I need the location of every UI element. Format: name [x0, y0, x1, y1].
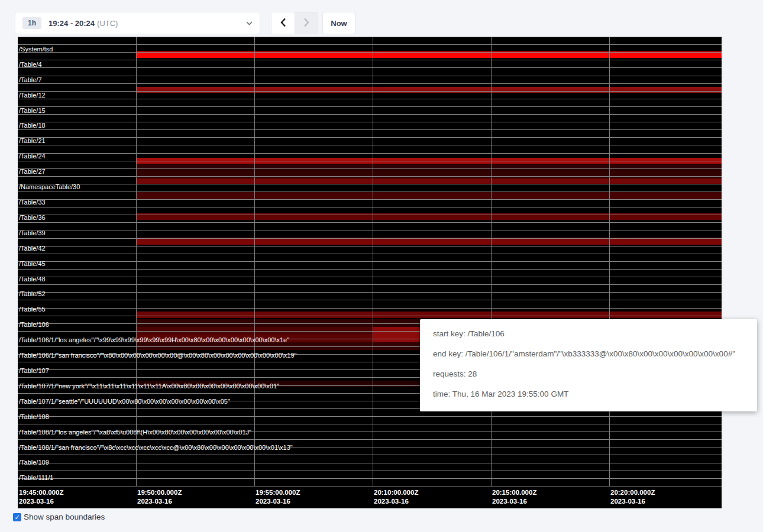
row-label: /Table/4 — [19, 61, 42, 68]
row-label: /Table/48 — [19, 275, 46, 283]
span-boundary-line-h — [18, 199, 722, 200]
span-boundary-line-h — [18, 284, 722, 285]
row-label: /Table/107/1/"new york"/"\x11\x11\x11\x1… — [19, 382, 279, 390]
heatmap-band[interactable] — [136, 312, 722, 318]
span-boundary-line-h — [18, 52, 722, 53]
x-axis-tick-time: 20:20:00.000Z — [610, 488, 655, 497]
span-boundary-line-h — [18, 463, 722, 463]
row-label: /Table/108/1/"los angeles"/"\xa8\xf5\u00… — [19, 429, 251, 436]
row-label: /NamespaceTable/30 — [19, 183, 80, 190]
span-boundary-line-h — [18, 161, 722, 161]
row-label: /Table/42 — [19, 245, 46, 252]
span-boundary-line-h — [18, 106, 722, 107]
span-boundary-line-h — [18, 122, 722, 122]
chevron-down-icon — [246, 21, 253, 25]
time-range-picker[interactable]: 1h 19:24 - 20:24 (UTC) — [15, 12, 260, 34]
span-boundary-line-h — [18, 261, 722, 262]
span-boundary-line-h — [18, 153, 722, 154]
now-button[interactable]: Now — [322, 12, 355, 34]
row-label: /Table/21 — [19, 137, 46, 144]
span-boundary-line-h — [18, 316, 722, 316]
x-axis-tick-date: 2023-03-16 — [610, 497, 655, 506]
row-label: /Table/39 — [19, 229, 46, 236]
row-label: /Table/106/1/"los angeles"/"\x99\x99\x99… — [19, 336, 289, 343]
x-axis-tick-time: 20:15:00.000Z — [492, 488, 536, 497]
tooltip-time: time: Thu, 16 Mar 2023 19:55:00 GMT — [433, 384, 757, 404]
show-span-boundaries-toggle[interactable]: ✓ Show span boundaries — [13, 512, 105, 521]
row-label: /Table/15 — [19, 107, 46, 114]
row-label: /Table/52 — [19, 290, 46, 297]
span-boundary-line-h — [18, 137, 722, 138]
span-boundary-line-h — [18, 222, 722, 223]
span-boundary-line-h — [18, 308, 722, 309]
row-label: /Table/36 — [19, 214, 46, 221]
span-boundary-line-h — [18, 176, 722, 177]
span-boundary-line-h — [18, 277, 722, 277]
row-label: /Table/45 — [19, 260, 46, 267]
x-axis-tick-date: 2023-03-16 — [137, 497, 182, 506]
key-visualizer-heatmap[interactable]: /System/tsd/Table/4/Table/7/Table/12/Tab… — [18, 37, 722, 508]
span-boundary-line-h — [18, 238, 722, 239]
prev-range-button[interactable] — [271, 12, 295, 34]
row-label: /Table/106 — [19, 321, 49, 328]
show-span-boundaries-label: Show span boundaries — [24, 512, 105, 521]
x-axis-tick: 20:20:00.000Z2023-03-16 — [610, 488, 655, 506]
span-boundary-line-h — [18, 114, 722, 115]
row-label: /Table/111/1 — [19, 474, 53, 481]
toolbar: 1h 19:24 - 20:24 (UTC) Now — [0, 0, 763, 37]
span-boundary-line-h — [18, 145, 722, 145]
span-boundary-line-h — [18, 424, 722, 424]
x-axis-tick: 20:10:00.000Z2023-03-16 — [374, 488, 418, 506]
time-range-duration-badge: 1h — [22, 17, 41, 29]
span-boundary-line-h — [18, 292, 722, 293]
heatmap-band[interactable] — [136, 164, 722, 171]
x-axis-tick-date: 2023-03-16 — [19, 497, 63, 506]
span-boundary-line-h — [18, 215, 722, 215]
heatmap-band[interactable] — [136, 87, 722, 93]
row-label: /Table/108/1/"san francisco"/"\x8c\xcc\x… — [19, 444, 293, 451]
x-axis-tick: 19:50:00.000Z2023-03-16 — [137, 488, 182, 506]
row-label: /Table/109 — [19, 459, 49, 466]
span-boundary-line-h — [18, 37, 722, 37]
span-boundary-line-h — [18, 300, 722, 300]
heatmap-band[interactable] — [136, 213, 722, 220]
span-boundary-line-v — [136, 37, 137, 486]
x-axis-tick-time: 19:55:00.000Z — [256, 488, 300, 497]
row-label: /Table/7 — [19, 76, 42, 83]
chevron-right-icon — [303, 18, 309, 29]
span-boundary-line-h — [18, 44, 722, 45]
heatmap-band[interactable] — [136, 171, 722, 179]
span-boundary-line-h — [18, 231, 722, 231]
x-axis-tick-time: 19:50:00.000Z — [137, 488, 182, 497]
x-axis-tick: 19:45:00.000Z2023-03-16 — [19, 488, 63, 506]
row-label: /Table/55 — [19, 306, 46, 313]
time-nav-group — [271, 12, 318, 34]
span-boundary-line-h — [18, 60, 722, 60]
span-boundary-line-h — [18, 269, 722, 270]
span-boundary-line-h — [18, 83, 722, 84]
cell-tooltip: start key: /Table/106 end key: /Table/10… — [420, 319, 757, 411]
span-boundary-line-h — [18, 67, 722, 68]
time-range-text: 19:24 - 20:24 — [49, 19, 95, 28]
row-label: /Table/27 — [19, 168, 46, 175]
time-range-zone: (UTC) — [97, 19, 118, 28]
next-range-button[interactable] — [295, 12, 318, 34]
row-label: /Table/108 — [19, 413, 49, 420]
span-boundary-line-h — [18, 471, 722, 471]
x-axis-tick-time: 19:45:00.000Z — [19, 488, 63, 497]
span-boundary-line-h — [18, 91, 722, 92]
checkbox-checked-icon[interactable]: ✓ — [13, 513, 21, 521]
heatmap-band[interactable] — [136, 192, 722, 199]
tooltip-end-key: end key: /Table/106/1/"amsterdam"/"\xb33… — [433, 344, 757, 364]
x-axis-tick: 19:55:00.000Z2023-03-16 — [256, 488, 300, 506]
span-boundary-line-h — [18, 76, 722, 76]
x-axis-tick-date: 2023-03-16 — [492, 497, 536, 506]
tooltip-requests: requests: 28 — [433, 364, 757, 384]
span-boundary-line-h — [18, 99, 722, 99]
x-axis-tick: 20:15:00.000Z2023-03-16 — [492, 488, 536, 506]
row-label: /Table/24 — [19, 153, 46, 160]
span-boundary-line-v — [254, 37, 255, 486]
span-boundary-line-h — [18, 207, 722, 207]
row-label: /Table/12 — [19, 92, 46, 99]
x-axis-tick-date: 2023-03-16 — [374, 497, 418, 506]
